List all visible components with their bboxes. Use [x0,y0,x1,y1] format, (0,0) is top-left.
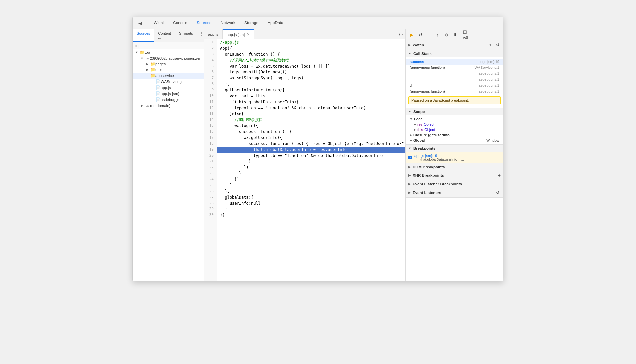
code-editor-area: app.js app.js [sm] ✕ { } 123456789101112… [204,29,405,281]
call-stack-item-1[interactable]: (anonymous function) WAService.js:1 [406,65,503,70]
scope-local-header[interactable]: ▼ Local [406,116,503,122]
code-line-2[interactable]: App({ [217,45,405,51]
tree-item-appservice[interactable]: 📁 appservice [133,73,204,79]
step-over-button[interactable]: ↺ [416,31,424,39]
code-line-20[interactable]: typeof cb == "function" && cb(that.globa… [217,153,405,159]
code-content[interactable]: //app.jsApp({ onLaunch: function () { //… [217,39,405,281]
code-line-10[interactable]: var that = this [217,93,405,99]
line-number-6: 6 [204,69,215,75]
scope-this-item[interactable]: ▶ this Object [406,127,503,132]
editor-tab-appjs[interactable]: app.js [204,29,223,39]
scope-label: Scope [413,110,425,114]
call-stack-arrow-icon [408,52,411,55]
watch-add-icon[interactable]: + [487,42,493,48]
step-into-button[interactable]: ↓ [425,31,433,39]
code-line-12[interactable]: typeof cb == "function" && cb(this.globa… [217,105,405,111]
code-line-14[interactable]: //调用登录接口 [217,117,405,123]
breakpoint-checkbox-0[interactable]: ✓ [408,156,412,159]
call-stack-item-3[interactable]: i asdebug.js:1 [406,76,503,82]
watch-header[interactable]: Watch + ↺ [406,40,503,50]
code-line-21[interactable]: } [217,159,405,164]
code-line-4[interactable]: //调用API从本地缓存中获取数据 [217,57,405,63]
deactivate-breakpoints-button[interactable]: ⊘ [442,31,450,39]
tab-sources[interactable]: Sources [192,17,216,29]
tree-item-appjs[interactable]: 📄 app.js [133,85,204,91]
code-line-6[interactable]: logs.unshift(Date.now()) [217,69,405,75]
as-button[interactable]: ☐ As [463,31,471,39]
xhr-add-icon[interactable]: + [498,173,501,178]
line-number-27: 27 [204,194,215,200]
scope-closure-header[interactable]: ▶ Closure (getUserInfo) [406,132,503,138]
editor-search-icon[interactable]: { } [399,32,403,36]
code-line-22[interactable]: }) [217,164,405,170]
back-icon[interactable]: ◀ [135,19,145,28]
tree-arrow-utils: ▶ [145,68,150,71]
code-line-16[interactable]: success: function () { [217,129,405,135]
xhr-breakpoints-header[interactable]: XHR Breakpoints + [406,171,503,180]
code-line-7[interactable]: wx.setStorageSync('logs', logs) [217,75,405,81]
code-line-29[interactable]: } [217,206,405,212]
tab-wxml[interactable]: Wxml [149,17,168,29]
step-out-button[interactable]: ↑ [434,31,442,39]
event-listener-bp-header[interactable]: Event Listener Breakpoints [406,180,503,188]
code-line-8[interactable]: }, [217,81,405,87]
xhr-arrow-icon [408,174,411,177]
code-line-9[interactable]: getUserInfo:function(cb){ [217,87,405,93]
tab-console[interactable]: Console [168,17,192,29]
scope-global-header[interactable]: ▶ Global Window [406,138,503,143]
code-line-1[interactable]: //app.js [217,39,405,45]
call-stack-header[interactable]: Call Stack [406,50,503,57]
code-line-30[interactable]: }) [217,212,405,218]
tree-item-asdebug[interactable]: 📄 asdebug.js [133,97,204,103]
scope-closure-arrow: ▶ [410,133,412,137]
code-line-13[interactable]: }else{ [217,111,405,117]
nav-tabs: Wxml Console Sources Network Storage App… [149,17,288,29]
breakpoints-header[interactable]: Breakpoints [406,145,503,152]
sidebar-tab-content[interactable]: Content ... [154,29,175,42]
code-line-26[interactable]: }, [217,188,405,194]
line-number-28: 28 [204,200,215,206]
breakpoint-item-0[interactable]: ✓ app.js [sm]:19 that.globalData.userInf… [406,153,503,162]
editor-tab-close-icon[interactable]: ✕ [247,32,250,37]
tree-item-nodomain[interactable]: ▶ ☁ (no domain) [133,103,204,108]
code-line-3[interactable]: onLaunch: function () { [217,51,405,57]
code-line-5[interactable]: var logs = wx.getStorageSync('logs') || … [217,63,405,69]
resume-button[interactable]: ▶ [408,31,416,39]
call-stack-item-4[interactable]: d asdebug.js:1 [406,82,503,88]
code-line-27[interactable]: globalData:{ [217,194,405,200]
dom-breakpoints-header[interactable]: DOM Breakpoints [406,163,503,171]
code-line-11[interactable]: if(this.globalData.userInfo){ [217,99,405,105]
sidebar-tab-sources[interactable]: Sources [133,29,154,42]
code-line-17[interactable]: wx.getUserInfo({ [217,135,405,141]
editor-tab-appjssm[interactable]: app.js [sm] ✕ [223,29,254,39]
tree-item-pages[interactable]: ▶ 📁 pages [133,61,204,67]
code-line-18[interactable]: success: function (res) { res = Object {… [217,141,405,147]
sidebar-tab-snippets[interactable]: Snippets [175,29,197,42]
scope-res-item[interactable]: ▶ res Object [406,122,503,127]
call-stack-item-5[interactable]: (anonymous function) asdebug.js:1 [406,88,503,94]
tree-item-domain[interactable]: ▼ ☁ 239393028.appservice.open.wei [133,55,204,61]
scope-header[interactable]: Scope [406,108,503,115]
code-line-28[interactable]: userInfo:null [217,200,405,206]
tree-item-top[interactable]: ▼ 📁 top [133,49,204,55]
code-line-25[interactable]: } [217,182,405,188]
watch-refresh-icon[interactable]: ↺ [495,42,501,48]
code-line-23[interactable]: } [217,170,405,176]
call-stack-item-0[interactable]: success app.js [sm]:19 [406,59,503,65]
tab-network[interactable]: Network [216,17,240,29]
tab-storage[interactable]: Storage [240,17,263,29]
tree-item-appjssm[interactable]: 📄 app.js [sm] [133,91,204,97]
call-stack-item-2[interactable]: i asdebug.js:1 [406,70,503,76]
event-listeners-header[interactable]: Event Listeners ↺ [406,188,503,197]
more-menu-icon[interactable]: ⋮ [491,19,501,28]
tab-appdata[interactable]: AppData [263,17,288,29]
tree-item-utils[interactable]: ▶ 📁 utils [133,67,204,73]
code-line-24[interactable]: }) [217,176,405,182]
pause-on-exceptions-button[interactable]: ⏸ [451,31,459,39]
code-line-19[interactable]: that.globalData.userInfo = res.userInfo [217,147,405,153]
dom-breakpoints-section: DOM Breakpoints [406,163,503,171]
sidebar-tab-more-icon[interactable]: ⋮ [197,29,204,42]
event-listeners-refresh-icon[interactable]: ↺ [495,190,501,196]
code-line-15[interactable]: wx.login({ [217,123,405,129]
tree-item-waservice[interactable]: 📄 WAService.js [133,79,204,85]
